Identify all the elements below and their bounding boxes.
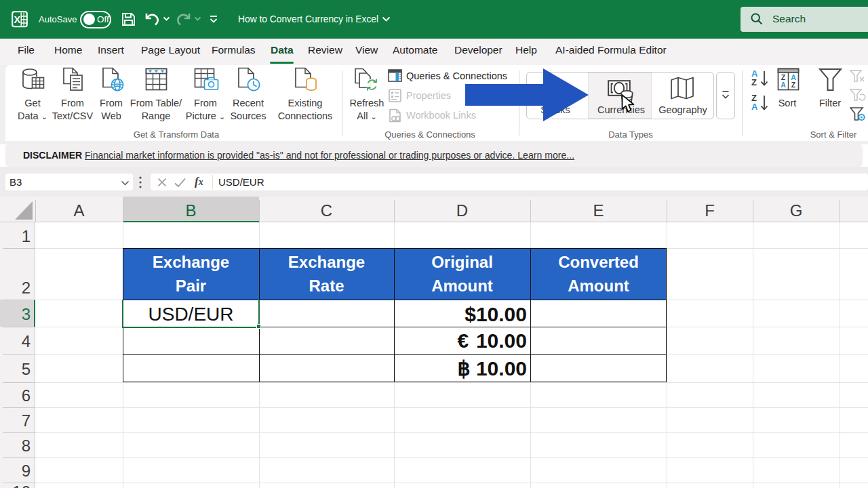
svg-text:A: A — [791, 73, 796, 81]
svg-text:Z: Z — [791, 81, 796, 89]
svg-text:A: A — [781, 81, 786, 89]
svg-text:Z: Z — [781, 73, 786, 81]
